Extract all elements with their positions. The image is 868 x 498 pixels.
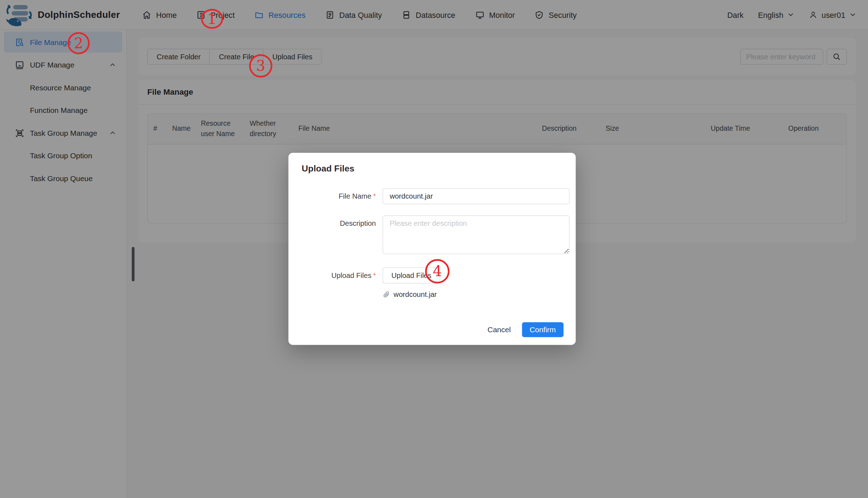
annotation-circle-4: 4 [425,259,449,283]
description-textarea[interactable] [383,215,570,254]
file-name-label-text: File Name [339,192,371,200]
paperclip-icon [383,290,390,298]
modal-footer: Cancel Confirm [487,322,564,337]
required-asterisk: * [373,192,376,200]
description-row: Description [302,215,564,257]
upload-files-label-text: Upload Files [331,271,371,279]
description-label-text: Description [340,219,376,228]
annotation-circle-1: 1 [201,9,223,29]
file-name-row: File Name* [302,188,564,204]
description-label: Description [302,215,378,257]
modal-title: Upload Files [302,164,564,174]
file-name-label: File Name* [302,188,378,204]
annotation-circle-2: 2 [68,32,90,54]
confirm-button[interactable]: Confirm [522,322,564,337]
attached-file-name: wordcount.jar [394,290,437,298]
file-name-input[interactable] [383,188,570,204]
upload-files-label: Upload Files* [302,268,378,284]
annotation-circle-3: 3 [249,54,272,78]
required-asterisk: * [373,271,376,279]
attached-file[interactable]: wordcount.jar [383,290,564,298]
cancel-button[interactable]: Cancel [487,323,512,337]
upload-files-modal: Upload Files File Name* Description Uplo… [288,153,575,345]
